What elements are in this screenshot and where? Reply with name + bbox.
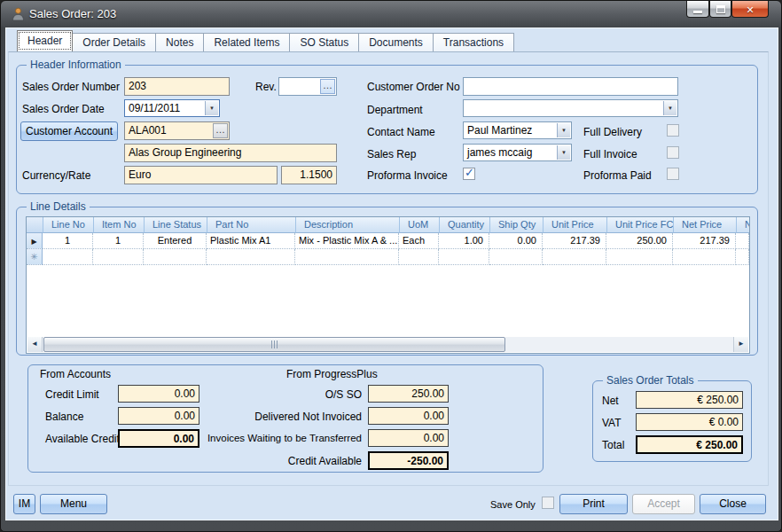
delivered-not-invoiced-field: 0.00	[368, 407, 449, 425]
full-delivery-checkbox[interactable]: ✓	[667, 124, 679, 137]
empty-cell[interactable]	[43, 249, 93, 265]
column-header[interactable]: Net Price	[673, 217, 736, 233]
tab-transactions[interactable]: Transactions	[434, 33, 514, 51]
proforma-paid-checkbox[interactable]: ✓	[667, 168, 679, 180]
sales-rep-combo[interactable]: james mccaig ▼	[463, 144, 572, 161]
menu-button[interactable]: Menu	[40, 494, 107, 514]
column-header[interactable]: Part No	[207, 217, 295, 233]
column-header[interactable]: Unit Price	[543, 217, 606, 233]
net-label: Net	[602, 395, 619, 407]
cell-item-no[interactable]: 1	[93, 233, 144, 249]
chevron-down-icon[interactable]: ▼	[663, 101, 676, 115]
scroll-right-icon[interactable]: ►	[733, 337, 748, 352]
rev-field[interactable]: …	[278, 77, 337, 96]
horizontal-scrollbar[interactable]: ◄ ►	[27, 337, 748, 352]
sales-order-date-combo[interactable]: 09/11/2011 ▼	[124, 99, 220, 117]
sales-rep-value: james mccaig	[467, 146, 532, 159]
tab-related-items[interactable]: Related Items	[204, 33, 290, 51]
scroll-left-icon[interactable]: ◄	[27, 337, 43, 352]
empty-cell[interactable]	[93, 249, 144, 265]
save-only-checkbox[interactable]: ✓	[542, 497, 554, 509]
chevron-down-icon[interactable]: ▼	[557, 123, 570, 137]
proforma-invoice-checkbox[interactable]: ✓	[463, 168, 475, 180]
im-button[interactable]: IM	[13, 494, 35, 514]
cell-line-status[interactable]: Entered	[144, 233, 207, 249]
column-header[interactable]: UoM	[399, 217, 439, 233]
rate-field[interactable]: 1.1500	[281, 166, 337, 184]
empty-cell[interactable]	[606, 249, 673, 265]
column-header[interactable]: Quantity	[439, 217, 489, 233]
column-header[interactable]: Line Status	[144, 217, 207, 233]
empty-cell[interactable]	[489, 249, 543, 265]
tab-strip: Header Order Details Notes Related Items…	[17, 30, 514, 51]
empty-cell[interactable]	[144, 249, 207, 265]
cell-net[interactable]	[736, 233, 749, 249]
cell-net-price[interactable]: 217.39	[673, 233, 736, 249]
total-field: € 250.00	[636, 435, 743, 454]
tab-header[interactable]: Header	[17, 30, 73, 51]
empty-cell[interactable]	[673, 249, 736, 265]
cell-line-no[interactable]: 1	[43, 233, 93, 249]
column-header[interactable]: Line No	[43, 217, 93, 233]
grid-selector-header	[27, 217, 43, 233]
empty-cell[interactable]	[207, 249, 295, 265]
cell-part-no[interactable]: Plastic Mix A1	[207, 233, 295, 249]
minimize-icon	[693, 11, 702, 13]
cell-uom[interactable]: Each	[399, 233, 439, 249]
line-details-group-label: Line Details	[27, 200, 90, 213]
empty-cell[interactable]	[399, 249, 439, 265]
minimize-button[interactable]	[686, 1, 709, 18]
scrollbar-thumb[interactable]	[43, 337, 505, 352]
table-row[interactable]: ▶ 1 1 Entered Plastic Mix A1 Mix - Plast…	[27, 233, 749, 249]
empty-cell[interactable]	[439, 249, 489, 265]
cell-quantity[interactable]: 1.00	[439, 233, 489, 249]
sales-order-number-field[interactable]: 203	[124, 77, 230, 96]
chevron-down-icon[interactable]: ▼	[557, 145, 570, 160]
rev-browse-icon[interactable]: …	[320, 79, 335, 94]
chevron-down-icon[interactable]: ▼	[205, 101, 218, 115]
current-row-indicator: ▶	[27, 233, 43, 249]
column-header[interactable]: Item No	[93, 217, 144, 233]
tab-notes[interactable]: Notes	[156, 33, 204, 51]
invoices-waiting-field: 0.00	[368, 429, 449, 447]
tab-so-status[interactable]: SO Status	[290, 33, 359, 51]
full-invoice-checkbox[interactable]: ✓	[667, 146, 679, 159]
currency-field[interactable]: Euro	[124, 166, 278, 184]
contact-name-combo[interactable]: Paul Martinez ▼	[463, 121, 572, 139]
tab-order-details[interactable]: Order Details	[73, 33, 156, 51]
sales-order-date-label: Sales Order Date	[22, 103, 105, 115]
customer-account-name-field[interactable]: Alas Group Engineering	[124, 144, 337, 162]
total-label: Total	[602, 439, 624, 451]
credit-available-field: -250.00	[368, 451, 449, 470]
empty-cell[interactable]	[295, 249, 399, 265]
window-title: Sales Order: 203	[29, 7, 116, 20]
cell-unit-price-fc[interactable]: 250.00	[606, 233, 673, 249]
accept-button[interactable]: Accept	[632, 494, 695, 514]
column-header[interactable]: Net	[736, 217, 749, 233]
cell-ship-qty[interactable]: 0.00	[489, 233, 543, 249]
tab-documents[interactable]: Documents	[359, 33, 434, 51]
maximize-button[interactable]	[709, 1, 731, 18]
customer-account-code-field[interactable]: ALA001 …	[124, 121, 230, 140]
empty-cell[interactable]	[736, 249, 749, 265]
department-combo[interactable]: ▼	[463, 99, 678, 117]
cell-description[interactable]: Mix - Plastic Mix A & ...	[295, 233, 399, 249]
close-icon: ✕	[746, 4, 754, 15]
grid-header-row: Line No Item No Line Status Part No Desc…	[27, 217, 749, 233]
cell-unit-price[interactable]: 217.39	[543, 233, 606, 249]
empty-cell[interactable]	[543, 249, 606, 265]
from-progressplus-label: From ProgressPlus	[286, 368, 378, 380]
customer-account-button[interactable]: Customer Account	[20, 121, 118, 141]
close-window-button[interactable]: ✕	[731, 1, 769, 18]
column-header[interactable]: Ship Qty	[489, 217, 543, 233]
column-header[interactable]: Unit Price FC	[606, 217, 673, 233]
available-credit-label: Available Credit	[45, 433, 120, 445]
customer-account-browse-icon[interactable]: …	[213, 123, 228, 138]
save-only-label: Save Only	[490, 499, 536, 510]
close-button[interactable]: Close	[700, 494, 766, 514]
new-row[interactable]: ✳	[27, 249, 749, 265]
new-row-icon: ✳	[30, 252, 37, 262]
column-header[interactable]: Description	[295, 217, 399, 233]
customer-order-no-field[interactable]	[463, 77, 678, 96]
print-button[interactable]: Print	[559, 494, 628, 514]
